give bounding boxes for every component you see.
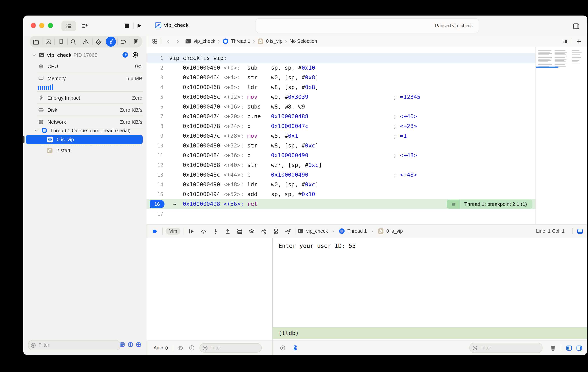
navigator-tab-tag-icon[interactable] — [117, 36, 130, 47]
step-into-icon[interactable] — [212, 228, 219, 234]
step-over-icon[interactable] — [200, 228, 207, 234]
debug-navigator: vip_check PID 17065 CPU 0% Memory 6.6 MB… — [23, 36, 147, 355]
breakpoints-toggle-icon[interactable] — [152, 228, 158, 234]
hide-debug-area-icon[interactable] — [577, 228, 583, 234]
toggle-navigator-button[interactable] — [62, 21, 76, 31]
line-number-gutter[interactable]: 14 — [147, 182, 169, 188]
gauge-view-icon[interactable] — [122, 52, 128, 58]
breadcrumb-item[interactable]: 0 is_vip — [378, 228, 403, 234]
breadcrumb-item[interactable]: vip_check — [185, 38, 215, 44]
document-tab[interactable]: vip_check — [155, 22, 189, 28]
gauge-label: CPU — [47, 63, 58, 69]
thread-row[interactable]: Thread 1 Queue: com...read (serial) — [23, 126, 147, 135]
navigator-tab-bookmark-icon[interactable] — [55, 36, 67, 47]
breadcrumb-item[interactable]: vip_check — [298, 228, 328, 234]
line-number-gutter[interactable]: 3 — [147, 75, 169, 81]
breakpoint-menu-icon[interactable]: ≡ — [447, 200, 460, 209]
intelligence-button[interactable] — [79, 21, 91, 31]
minimap-viewport-indicator — [536, 66, 558, 67]
variables-scope-dropdown[interactable]: Auto — [154, 345, 168, 351]
process-row[interactable]: vip_check PID 17065 — [23, 51, 147, 59]
line-number-gutter[interactable]: 17 — [147, 211, 169, 217]
clear-console-icon[interactable] — [550, 345, 556, 351]
chevron-down-icon[interactable] — [32, 53, 36, 57]
disk-icon — [38, 107, 44, 113]
continue-icon[interactable] — [189, 228, 195, 234]
line-number-gutter[interactable]: 2 — [147, 65, 169, 71]
show-gauges-filter-icon[interactable] — [119, 342, 125, 348]
navigator-tab-debug-spray-icon[interactable] — [105, 36, 117, 47]
navigator-filter-field[interactable] — [28, 340, 121, 350]
toggle-inspector-button[interactable] — [570, 21, 582, 31]
chevron-down-icon[interactable] — [34, 128, 39, 132]
breadcrumb-item[interactable]: Thread 1 — [339, 228, 367, 234]
line-number-gutter[interactable]: 4 — [147, 85, 169, 90]
show-frames-filter-icon[interactable] — [136, 342, 142, 348]
navigator-tab-test-diamond-icon[interactable] — [92, 36, 105, 47]
stack-frame-0-is_vip[interactable]: 0 is_vip — [26, 135, 143, 144]
line-number-gutter[interactable]: 15 — [147, 191, 169, 197]
navigator-tab-crash-box-icon[interactable] — [42, 36, 54, 47]
console-target-icon[interactable] — [280, 345, 286, 351]
info-icon[interactable] — [189, 345, 195, 351]
go-forward-icon[interactable] — [175, 39, 180, 44]
line-number-gutter[interactable]: 7 — [147, 114, 169, 119]
breadcrumb-item[interactable]: 0 is_vip — [257, 38, 283, 44]
stack-frame-2-start[interactable]: 2 start — [26, 146, 143, 155]
line-number-gutter[interactable]: 13 — [147, 172, 169, 178]
breadcrumb-item[interactable]: Thread 1 — [222, 38, 251, 44]
close-window-button[interactable] — [31, 23, 36, 28]
navigator-filter-input[interactable] — [38, 342, 120, 348]
navigator-tab-report-icon[interactable] — [130, 36, 142, 47]
breakpoint-annotation[interactable]: ≡ Thread 1: breakpoint 2.1 (1) — [447, 200, 532, 209]
show-variables-panel-icon[interactable] — [566, 345, 572, 351]
run-button[interactable] — [135, 21, 143, 30]
line-number-gutter[interactable]: 16 — [147, 200, 169, 208]
simulate-location-icon[interactable] — [285, 228, 292, 234]
console-view[interactable]: Enter your user ID: 55 (lldb) — [273, 238, 587, 341]
debug-pane-divider[interactable] — [272, 238, 273, 355]
gauge-row-cpu[interactable]: CPU 0% — [37, 60, 143, 72]
variables-filter-field[interactable] — [199, 343, 262, 352]
thread-view-icon[interactable] — [132, 52, 138, 58]
gauge-row-memory[interactable]: Memory 6.6 MB — [37, 72, 143, 92]
minimize-window-button[interactable] — [39, 23, 44, 28]
navigator-tab-folder-icon[interactable] — [30, 36, 42, 47]
quicklook-icon[interactable] — [177, 345, 183, 351]
line-number-gutter[interactable]: 9 — [147, 133, 169, 139]
variables-filter-input[interactable] — [210, 345, 261, 351]
environment-overrides-icon[interactable] — [273, 228, 279, 234]
zoom-window-button[interactable] — [48, 23, 53, 28]
line-number-gutter[interactable]: 5 — [147, 94, 169, 100]
console-filter-field[interactable] — [469, 343, 543, 353]
show-crashed-filter-icon[interactable] — [127, 342, 133, 348]
view-hierarchy-icon[interactable] — [249, 228, 255, 234]
gauge-row-energy-impact[interactable]: Energy Impact Zero — [37, 92, 143, 104]
memory-graph-icon[interactable] — [261, 228, 267, 234]
line-number-gutter[interactable]: 6 — [147, 104, 169, 110]
add-editor-icon[interactable] — [576, 38, 582, 44]
breadcrumb-item[interactable]: No Selection — [290, 39, 317, 44]
disassembly-editor[interactable]: 1vip_check`is_vip:2 0x100000460 <+0>: su… — [147, 47, 536, 225]
lldb-prompt-bar[interactable]: (lldb) — [273, 327, 587, 339]
console-filter-input[interactable] — [480, 345, 542, 351]
line-number-gutter[interactable]: 11 — [147, 152, 169, 158]
minimap[interactable] — [536, 47, 587, 225]
line-number-gutter[interactable]: 12 — [147, 162, 169, 168]
stop-button[interactable] — [123, 21, 131, 30]
stack-frames-icon[interactable] — [237, 228, 243, 234]
console-mode-icon[interactable] — [292, 345, 298, 351]
vim-mode-badge[interactable]: Vim — [166, 228, 181, 235]
line-number-gutter[interactable]: 8 — [147, 123, 169, 129]
line-number-gutter[interactable]: 10 — [147, 143, 169, 149]
editor-options-icon[interactable] — [562, 38, 568, 44]
go-back-icon[interactable] — [166, 39, 171, 44]
navigator-tab-search-icon[interactable] — [67, 36, 80, 47]
related-items-icon[interactable] — [152, 39, 158, 44]
gauge-row-disk[interactable]: Disk Zero KB/s — [37, 104, 143, 116]
step-out-icon[interactable] — [225, 228, 231, 234]
navigator-tab-warning-icon[interactable] — [80, 36, 92, 47]
variables-view[interactable] — [147, 238, 272, 341]
line-number-gutter[interactable]: 1 — [147, 55, 169, 61]
show-console-panel-icon[interactable] — [576, 345, 583, 351]
